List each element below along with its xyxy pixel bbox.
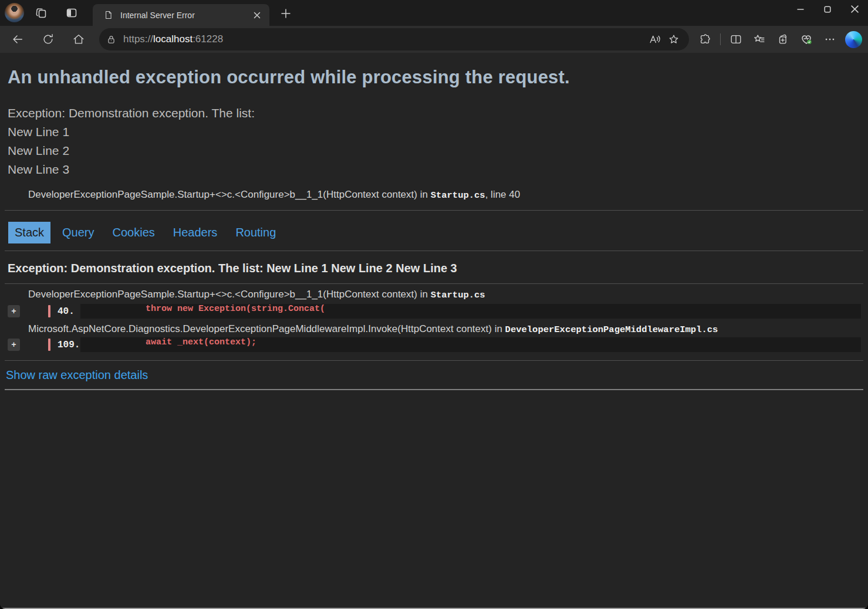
code-line-row: + 109. await _next(context); (0, 337, 868, 352)
address-bar[interactable]: https://localhost:61228 (99, 28, 689, 50)
divider (5, 283, 863, 284)
error-page-tabs: Stack Query Cookies Headers Routing (8, 222, 868, 243)
code-text: throw new Exception(string.Concat( (80, 304, 861, 319)
favorites-icon[interactable] (749, 29, 769, 49)
stack-frame: DeveloperExceptionPageSample.Startup+<>c… (28, 289, 861, 300)
browser-tab[interactable]: Internal Server Error (93, 4, 269, 26)
tab-cookies[interactable]: Cookies (106, 222, 161, 243)
refresh-icon[interactable] (38, 29, 58, 49)
code-line-row: + 40. throw new Exception(string.Concat( (0, 304, 868, 319)
divider (5, 389, 863, 390)
frame-method: DeveloperExceptionPageSample.Startup+<>c… (28, 189, 417, 200)
split-screen-icon[interactable] (726, 29, 746, 49)
url-host: localhost (153, 33, 192, 45)
divider (5, 251, 863, 251)
code-line-number: 40. (58, 306, 80, 317)
frame-file: DeveloperExceptionPageMiddlewareImpl.cs (505, 324, 718, 335)
minimize-button[interactable] (787, 0, 814, 18)
frame-file: Startup.cs (431, 290, 485, 300)
page-title: An unhandled exception occurred while pr… (8, 67, 860, 88)
collections-icon[interactable] (773, 29, 793, 49)
frame-method: Microsoft.AspNetCore.Diagnostics.Develop… (28, 323, 492, 334)
browser-toolbar: https://localhost:61228 (0, 26, 868, 53)
code-text: await _next(context); (80, 337, 861, 352)
favorite-star-icon[interactable] (664, 30, 683, 49)
toolbar-right-icons (695, 29, 863, 49)
stack-frame-preview: DeveloperExceptionPageSample.Startup+<>c… (28, 189, 861, 201)
tab-title: Internal Server Error (120, 11, 251, 20)
toolbar-divider (720, 33, 721, 45)
expand-frame-icon[interactable]: + (8, 305, 20, 317)
error-line-marker (48, 339, 50, 351)
page-icon (103, 10, 113, 20)
frame-method: DeveloperExceptionPageSample.Startup+<>c… (28, 289, 417, 300)
frame-file: Startup.cs (431, 190, 485, 201)
tab-actions-icon[interactable] (63, 5, 80, 21)
tab-stack[interactable]: Stack (8, 222, 50, 243)
extensions-icon[interactable] (695, 29, 715, 49)
url-port: :61228 (192, 33, 223, 45)
new-tab-button[interactable] (278, 6, 293, 21)
browser-window: Internal Server Error (0, 0, 868, 609)
code-line-number: 109. (58, 340, 80, 350)
workspaces-icon[interactable] (33, 5, 49, 21)
show-raw-exception-details-link[interactable]: Show raw exception details (6, 368, 148, 382)
maximize-button[interactable] (814, 0, 841, 18)
copilot-icon[interactable] (843, 29, 863, 49)
tab-close-icon[interactable] (251, 9, 264, 22)
window-controls (787, 0, 868, 18)
exception-line: New Line 3 (8, 160, 860, 179)
lock-icon[interactable] (106, 35, 116, 45)
tab-routing[interactable]: Routing (229, 222, 282, 243)
exception-line: New Line 1 (8, 123, 860, 141)
divider (5, 360, 863, 361)
url-text: https://localhost:61228 (123, 33, 223, 45)
browser-essentials-icon[interactable] (796, 29, 816, 49)
browser-titlebar: Internal Server Error (0, 0, 868, 26)
tab-headers[interactable]: Headers (167, 222, 224, 243)
home-icon[interactable] (69, 29, 89, 49)
back-icon[interactable] (8, 29, 28, 49)
exception-message: Exception: Demonstration exception. The … (8, 104, 860, 179)
exception-line: New Line 2 (8, 141, 860, 160)
stack-section-heading: Exception: Demonstration exception. The … (8, 262, 860, 275)
error-page: An unhandled exception occurred while pr… (0, 53, 868, 609)
exception-intro: Exception: Demonstration exception. The … (8, 104, 860, 123)
stack-frame: Microsoft.AspNetCore.Diagnostics.Develop… (28, 323, 861, 335)
tab-query[interactable]: Query (56, 222, 100, 243)
profile-avatar[interactable] (5, 3, 24, 22)
error-line-marker (48, 305, 50, 317)
frame-line-number: , line 40 (485, 189, 521, 200)
url-scheme: https:// (123, 33, 153, 45)
expand-frame-icon[interactable]: + (8, 339, 20, 351)
divider (5, 210, 863, 211)
close-button[interactable] (841, 0, 868, 18)
read-aloud-icon[interactable] (646, 30, 664, 49)
settings-more-icon[interactable] (820, 29, 840, 49)
